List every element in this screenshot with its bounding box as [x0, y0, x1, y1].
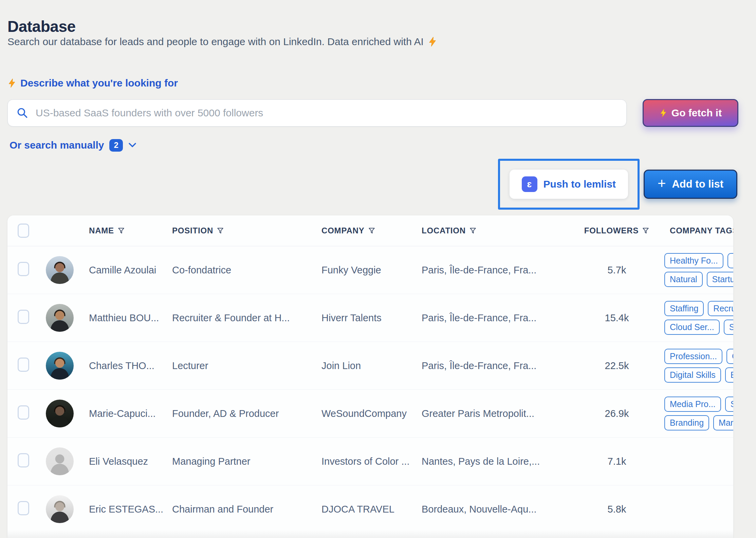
describe-section-text: Describe what you're looking for — [20, 77, 178, 89]
cell-name: Marie-Capuci... — [89, 408, 172, 419]
table-row[interactable]: Marie-Capuci... Founder, AD & Producer W… — [7, 389, 733, 437]
go-fetch-label: Go fetch it — [671, 107, 722, 119]
cell-followers: 22.5k — [569, 360, 664, 371]
company-tag: Staffing — [664, 301, 704, 316]
company-tag: So — [725, 397, 733, 412]
cell-company: WeSoundCompany — [321, 408, 422, 419]
company-tag: Recruiti — [708, 301, 733, 316]
row-checkbox[interactable] — [18, 453, 29, 467]
row-checkbox[interactable] — [18, 405, 29, 420]
row-checkbox[interactable] — [18, 262, 29, 276]
company-tag: Em — [725, 367, 733, 383]
cell-tags: Profession...Coa Digital SkillsEm — [664, 349, 733, 383]
avatar — [46, 256, 74, 284]
lightning-icon — [7, 78, 16, 88]
search-input[interactable] — [35, 107, 617, 119]
select-all-checkbox[interactable] — [18, 224, 29, 238]
avatar — [46, 495, 74, 523]
cell-company: Funky Veggie — [321, 265, 422, 276]
table-header-row: NAME POSITION COMPANY LOCATION FOLLOWERS… — [7, 215, 733, 246]
lightning-icon — [428, 37, 437, 47]
search-manually-label: Or search manually — [10, 139, 104, 151]
lemlist-logo-icon: ɛ — [522, 176, 537, 192]
filter-icon-followers[interactable] — [642, 227, 649, 234]
cell-followers: 5.7k — [569, 265, 664, 276]
cell-position: Recruiter & Founder at H... — [172, 312, 321, 324]
search-box[interactable] — [7, 99, 627, 127]
page-subtitle: Search our database for leads and people… — [7, 36, 437, 47]
cell-position: Founder, AD & Producer — [172, 408, 321, 419]
push-to-lemlist-button[interactable]: ɛ Push to lemlist — [510, 170, 628, 199]
company-tag: Startup — [707, 272, 733, 287]
page-subtitle-text: Search our database for leads and people… — [7, 36, 424, 47]
company-tag: Sna — [727, 253, 733, 268]
table-row[interactable]: Camille Azoulai Co-fondatrice Funky Vegg… — [7, 246, 733, 294]
cell-location: Paris, Île-de-France, Fra... — [422, 312, 569, 324]
cell-location: Paris, Île-de-France, Fra... — [422, 360, 569, 371]
filter-icon-position[interactable] — [217, 227, 224, 234]
cell-location: Greater Paris Metropolit... — [422, 408, 569, 419]
search-manually-toggle[interactable]: Or search manually 2 — [10, 139, 136, 152]
company-tag: Healthy Fo... — [664, 253, 723, 268]
cell-position: Managing Partner — [172, 456, 321, 467]
cell-location: Nantes, Pays de la Loire,... — [422, 456, 569, 467]
filter-icon-location[interactable] — [469, 227, 477, 234]
cell-name: Eli Velasquez — [89, 456, 172, 467]
company-tag: Digital Skills — [664, 367, 721, 383]
add-to-list-label: Add to list — [672, 178, 723, 190]
cell-tags — [664, 507, 733, 511]
cell-company: DJOCA TRAVEL — [321, 504, 422, 515]
cell-followers: 7.1k — [569, 456, 664, 467]
search-icon — [17, 107, 28, 119]
avatar — [46, 352, 74, 380]
chevron-down-icon — [128, 142, 136, 148]
avatar — [46, 304, 74, 332]
cell-tags: Healthy Fo...Sna NaturalStartup — [664, 253, 733, 287]
row-checkbox[interactable] — [18, 501, 29, 515]
list-actions: ɛ Push to lemlist + Add to list — [498, 159, 737, 210]
page-title: Database — [7, 17, 76, 36]
cell-name: Camille Azoulai — [89, 265, 172, 276]
company-tag: Natural — [664, 272, 703, 287]
describe-section-label: Describe what you're looking for — [7, 77, 178, 89]
cell-tags: StaffingRecruiti Cloud Ser...Sta — [664, 301, 733, 335]
filter-icon-name[interactable] — [117, 227, 125, 234]
header-company-tags: COMPANY TAGS — [664, 226, 733, 235]
leads-table: NAME POSITION COMPANY LOCATION FOLLOWERS… — [7, 215, 733, 538]
cell-location: Paris, Île-de-France, Fra... — [422, 265, 569, 276]
go-fetch-button[interactable]: Go fetch it — [643, 99, 738, 127]
company-tag: Market — [713, 415, 733, 430]
cell-tags: Media Pro...So BrandingMarket — [664, 397, 733, 431]
cell-position: Lecturer — [172, 360, 321, 371]
cell-location: Bordeaux, Nouvelle-Aqu... — [422, 504, 569, 515]
cell-followers: 5.8k — [569, 504, 664, 515]
table-row[interactable]: Matthieu BOU... Recruiter & Founder at H… — [7, 294, 733, 342]
cell-position: Co-fondatrice — [172, 265, 321, 276]
row-checkbox[interactable] — [18, 310, 29, 324]
table-row[interactable]: Eric ESTEGAS... Chairman and Founder DJO… — [7, 485, 733, 533]
avatar — [46, 400, 74, 427]
company-tag: Profession... — [664, 349, 722, 364]
table-row[interactable]: Charles THO... Lecturer Join Lion Paris,… — [7, 342, 733, 389]
table-row[interactable]: Eli Velasquez Managing Partner Investors… — [7, 437, 733, 485]
search-row: Go fetch it — [7, 99, 738, 127]
cell-tags — [664, 460, 733, 463]
cell-company: Investors of Color ... — [321, 456, 422, 467]
cell-followers: 15.4k — [569, 312, 664, 324]
header-location: LOCATION — [422, 226, 569, 235]
company-tag: Sta — [724, 320, 733, 335]
header-name: NAME — [89, 226, 172, 235]
filter-icon-company[interactable] — [368, 227, 375, 234]
push-to-lemlist-highlight: ɛ Push to lemlist — [498, 159, 640, 210]
cell-company: Hiverr Talents — [321, 312, 422, 324]
company-tag: Cloud Ser... — [664, 320, 720, 335]
cell-name: Matthieu BOU... — [89, 312, 172, 324]
cell-name: Eric ESTEGAS... — [89, 504, 172, 515]
filter-count-badge: 2 — [109, 139, 123, 152]
row-checkbox[interactable] — [18, 358, 29, 372]
cell-position: Chairman and Founder — [172, 504, 321, 515]
cell-company: Join Lion — [321, 360, 422, 371]
add-to-list-button[interactable]: + Add to list — [644, 170, 737, 199]
header-company: COMPANY — [321, 226, 422, 235]
header-position: POSITION — [172, 226, 321, 235]
